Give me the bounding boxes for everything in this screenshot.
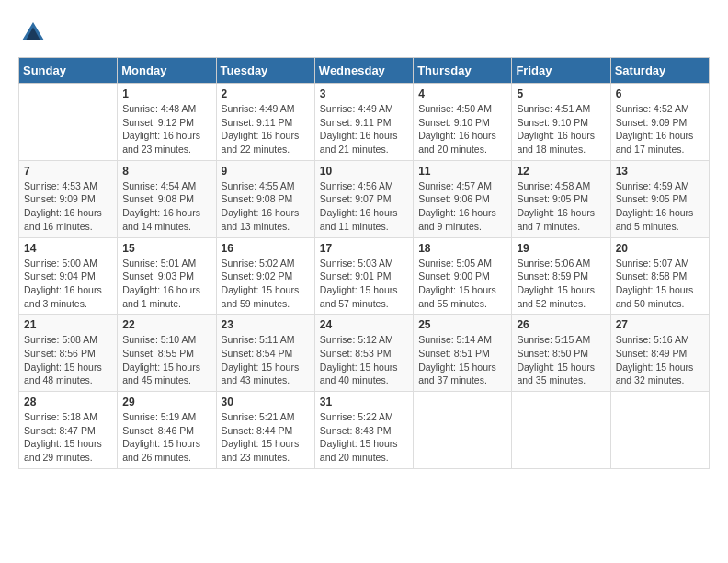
- column-header-monday: Monday: [118, 58, 216, 84]
- calendar-cell: 11Sunrise: 4:57 AM Sunset: 9:06 PM Dayli…: [414, 160, 512, 237]
- column-header-wednesday: Wednesday: [314, 58, 413, 84]
- calendar-cell: 23Sunrise: 5:11 AM Sunset: 8:54 PM Dayli…: [216, 315, 314, 392]
- day-number: 12: [517, 165, 605, 178]
- week-row-5: 28Sunrise: 5:18 AM Sunset: 8:47 PM Dayli…: [19, 392, 710, 469]
- logo: [18, 18, 51, 48]
- day-number: 19: [517, 242, 605, 255]
- day-number: 30: [222, 396, 310, 408]
- calendar-cell: 26Sunrise: 5:15 AM Sunset: 8:50 PM Dayli…: [512, 315, 610, 392]
- week-row-1: 1Sunrise: 4:48 AM Sunset: 9:12 PM Daylig…: [19, 84, 710, 161]
- day-info: Sunrise: 5:19 AM Sunset: 8:46 PM Dayligh…: [122, 410, 210, 465]
- page-header: [18, 18, 710, 48]
- day-info: Sunrise: 4:54 AM Sunset: 9:08 PM Dayligh…: [122, 179, 210, 234]
- day-number: 5: [517, 87, 605, 100]
- day-info: Sunrise: 4:59 AM Sunset: 9:05 PM Dayligh…: [616, 179, 704, 234]
- day-info: Sunrise: 4:57 AM Sunset: 9:06 PM Dayligh…: [418, 179, 506, 234]
- day-info: Sunrise: 5:01 AM Sunset: 9:03 PM Dayligh…: [122, 257, 210, 311]
- day-info: Sunrise: 5:02 AM Sunset: 9:02 PM Dayligh…: [222, 257, 310, 311]
- calendar-cell: 27Sunrise: 5:16 AM Sunset: 8:49 PM Dayli…: [610, 315, 709, 392]
- day-info: Sunrise: 4:55 AM Sunset: 9:08 PM Dayligh…: [222, 179, 310, 234]
- calendar-cell: 5Sunrise: 4:51 AM Sunset: 9:10 PM Daylig…: [512, 84, 610, 161]
- day-number: 29: [122, 396, 210, 408]
- day-number: 17: [320, 242, 408, 255]
- week-row-3: 14Sunrise: 5:00 AM Sunset: 9:04 PM Dayli…: [19, 237, 710, 315]
- calendar-cell: 2Sunrise: 4:49 AM Sunset: 9:11 PM Daylig…: [216, 84, 314, 161]
- day-info: Sunrise: 4:53 AM Sunset: 9:09 PM Dayligh…: [24, 179, 112, 234]
- calendar-cell: 19Sunrise: 5:06 AM Sunset: 8:59 PM Dayli…: [512, 237, 610, 315]
- day-number: 24: [320, 318, 408, 331]
- calendar-cell: 15Sunrise: 5:01 AM Sunset: 9:03 PM Dayli…: [118, 237, 216, 315]
- calendar-cell: 13Sunrise: 4:59 AM Sunset: 9:05 PM Dayli…: [610, 160, 709, 237]
- day-number: 8: [122, 165, 210, 178]
- calendar-cell: 12Sunrise: 4:58 AM Sunset: 9:05 PM Dayli…: [512, 160, 610, 237]
- calendar-cell: 28Sunrise: 5:18 AM Sunset: 8:47 PM Dayli…: [19, 392, 118, 469]
- day-number: 20: [616, 242, 704, 255]
- day-info: Sunrise: 5:10 AM Sunset: 8:55 PM Dayligh…: [122, 333, 210, 387]
- day-number: 26: [517, 318, 605, 331]
- day-info: Sunrise: 5:12 AM Sunset: 8:53 PM Dayligh…: [320, 333, 408, 387]
- calendar-cell: [414, 392, 512, 469]
- calendar-cell: 24Sunrise: 5:12 AM Sunset: 8:53 PM Dayli…: [314, 315, 413, 392]
- day-number: 28: [24, 396, 112, 408]
- day-number: 25: [418, 318, 506, 331]
- logo-icon: [18, 18, 48, 48]
- calendar-cell: [19, 84, 118, 161]
- day-number: 10: [320, 165, 408, 178]
- calendar-cell: 16Sunrise: 5:02 AM Sunset: 9:02 PM Dayli…: [216, 237, 314, 315]
- day-info: Sunrise: 4:50 AM Sunset: 9:10 PM Dayligh…: [418, 102, 506, 156]
- day-number: 22: [122, 318, 210, 331]
- day-number: 23: [222, 318, 310, 331]
- calendar-cell: 9Sunrise: 4:55 AM Sunset: 9:08 PM Daylig…: [216, 160, 314, 237]
- calendar-cell: 14Sunrise: 5:00 AM Sunset: 9:04 PM Dayli…: [19, 237, 118, 315]
- day-info: Sunrise: 4:56 AM Sunset: 9:07 PM Dayligh…: [320, 179, 408, 234]
- calendar-cell: 18Sunrise: 5:05 AM Sunset: 9:00 PM Dayli…: [414, 237, 512, 315]
- day-info: Sunrise: 4:51 AM Sunset: 9:10 PM Dayligh…: [517, 102, 605, 156]
- calendar-header-row: SundayMondayTuesdayWednesdayThursdayFrid…: [19, 58, 710, 84]
- day-number: 3: [320, 87, 408, 100]
- day-info: Sunrise: 5:22 AM Sunset: 8:43 PM Dayligh…: [320, 410, 408, 465]
- day-info: Sunrise: 4:58 AM Sunset: 9:05 PM Dayligh…: [517, 179, 605, 234]
- day-info: Sunrise: 5:05 AM Sunset: 9:00 PM Dayligh…: [418, 257, 506, 311]
- calendar-cell: 10Sunrise: 4:56 AM Sunset: 9:07 PM Dayli…: [314, 160, 413, 237]
- calendar-cell: [610, 392, 709, 469]
- day-number: 11: [418, 165, 506, 178]
- week-row-4: 21Sunrise: 5:08 AM Sunset: 8:56 PM Dayli…: [19, 315, 710, 392]
- day-number: 4: [418, 87, 506, 100]
- calendar-cell: [512, 392, 610, 469]
- calendar-cell: 1Sunrise: 4:48 AM Sunset: 9:12 PM Daylig…: [118, 84, 216, 161]
- calendar-cell: 3Sunrise: 4:49 AM Sunset: 9:11 PM Daylig…: [314, 84, 413, 161]
- calendar-cell: 31Sunrise: 5:22 AM Sunset: 8:43 PM Dayli…: [314, 392, 413, 469]
- day-number: 7: [24, 165, 112, 178]
- calendar-cell: 30Sunrise: 5:21 AM Sunset: 8:44 PM Dayli…: [216, 392, 314, 469]
- day-info: Sunrise: 5:08 AM Sunset: 8:56 PM Dayligh…: [24, 333, 112, 387]
- day-info: Sunrise: 5:11 AM Sunset: 8:54 PM Dayligh…: [222, 333, 310, 387]
- column-header-friday: Friday: [512, 58, 610, 84]
- day-number: 15: [122, 242, 210, 255]
- day-info: Sunrise: 5:15 AM Sunset: 8:50 PM Dayligh…: [517, 333, 605, 387]
- day-info: Sunrise: 5:14 AM Sunset: 8:51 PM Dayligh…: [418, 333, 506, 387]
- day-number: 14: [24, 242, 112, 255]
- day-number: 6: [616, 87, 704, 100]
- day-info: Sunrise: 4:48 AM Sunset: 9:12 PM Dayligh…: [122, 102, 210, 156]
- day-info: Sunrise: 5:07 AM Sunset: 8:58 PM Dayligh…: [616, 257, 704, 311]
- calendar-cell: 21Sunrise: 5:08 AM Sunset: 8:56 PM Dayli…: [19, 315, 118, 392]
- calendar-cell: 8Sunrise: 4:54 AM Sunset: 9:08 PM Daylig…: [118, 160, 216, 237]
- calendar-cell: 20Sunrise: 5:07 AM Sunset: 8:58 PM Dayli…: [610, 237, 709, 315]
- day-number: 31: [320, 396, 408, 408]
- day-number: 16: [222, 242, 310, 255]
- column-header-sunday: Sunday: [19, 58, 118, 84]
- day-number: 13: [616, 165, 704, 178]
- calendar-cell: 25Sunrise: 5:14 AM Sunset: 8:51 PM Dayli…: [414, 315, 512, 392]
- day-info: Sunrise: 5:18 AM Sunset: 8:47 PM Dayligh…: [24, 410, 112, 465]
- calendar-cell: 7Sunrise: 4:53 AM Sunset: 9:09 PM Daylig…: [19, 160, 118, 237]
- calendar-cell: 4Sunrise: 4:50 AM Sunset: 9:10 PM Daylig…: [414, 84, 512, 161]
- column-header-saturday: Saturday: [610, 58, 709, 84]
- day-number: 1: [122, 87, 210, 100]
- day-info: Sunrise: 4:52 AM Sunset: 9:09 PM Dayligh…: [616, 102, 704, 156]
- column-header-tuesday: Tuesday: [216, 58, 314, 84]
- calendar-cell: 17Sunrise: 5:03 AM Sunset: 9:01 PM Dayli…: [314, 237, 413, 315]
- day-number: 9: [222, 165, 310, 178]
- day-number: 18: [418, 242, 506, 255]
- day-number: 27: [616, 318, 704, 331]
- calendar-table: SundayMondayTuesdayWednesdayThursdayFrid…: [18, 57, 710, 469]
